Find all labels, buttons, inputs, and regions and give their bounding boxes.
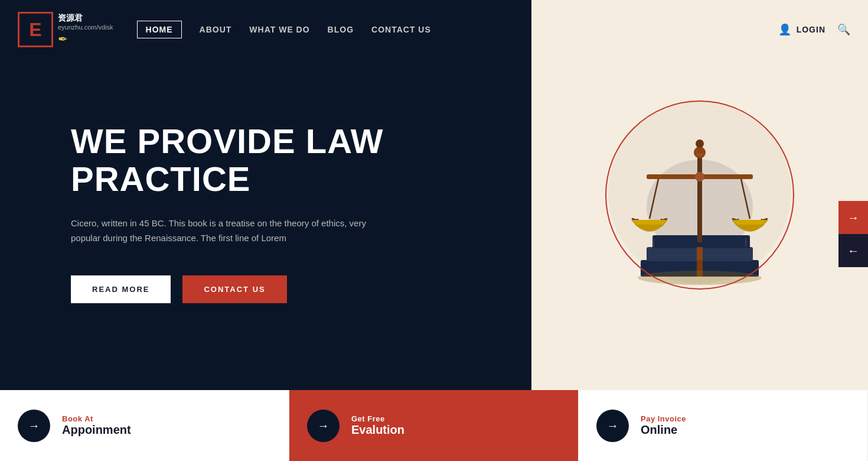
main-nav: HOME ABOUT WHAT WE DO BLOG CONTACT US	[137, 21, 431, 38]
hero-right: 👤 LOGIN 🔍	[531, 0, 868, 390]
appointment-label: Book At	[62, 414, 131, 423]
card-evaluation: → Get Free Evalution	[289, 390, 579, 461]
hero-title: WE PROVIDE LAW PRACTICE	[71, 122, 496, 198]
nav-contact-us[interactable]: CONTACT US	[371, 25, 431, 34]
nav-about[interactable]: ABOUT	[200, 25, 232, 34]
login-label: LOGIN	[797, 25, 825, 34]
login-button[interactable]: 👤 LOGIN	[778, 23, 825, 36]
logo-text: 资源君 eyunzhu.com/vdisk ✒	[58, 13, 113, 46]
nav-home[interactable]: HOME	[137, 21, 182, 38]
logo[interactable]: E 资源君 eyunzhu.com/vdisk ✒	[18, 12, 113, 47]
appointment-title: Appoinment	[62, 423, 131, 437]
logo-url: eyunzhu.com/vdisk	[58, 24, 113, 31]
hero-left: E 资源君 eyunzhu.com/vdisk ✒ HOME ABOUT WHA…	[0, 0, 531, 390]
logo-box: E	[18, 12, 53, 47]
appointment-icon-circle[interactable]: →	[18, 410, 50, 442]
nav-what-we-do[interactable]: WHAT WE DO	[249, 25, 309, 34]
invoice-arrow-icon: →	[607, 419, 619, 433]
evaluation-title: Evalution	[351, 423, 404, 437]
pen-icon: ✒	[58, 32, 113, 46]
nav-blog[interactable]: BLOG	[328, 25, 354, 34]
evaluation-text: Get Free Evalution	[351, 414, 404, 437]
logo-chinese: 资源君	[58, 13, 113, 24]
next-arrow-icon: →	[847, 211, 859, 225]
evaluation-icon-circle[interactable]: →	[307, 410, 340, 442]
prev-arrow-icon: ←	[847, 244, 859, 258]
card-invoice: → Pay Invoice Online	[579, 390, 868, 461]
hero-buttons: READ MORE CONTACT US	[71, 275, 496, 303]
bottom-cards: → Book At Appoinment → Get Free Evalutio…	[0, 390, 868, 461]
hero-description: Cicero, written in 45 BC. This book is a…	[71, 216, 396, 246]
slide-next-arrow[interactable]: →	[838, 201, 868, 234]
slide-prev-arrow[interactable]: ←	[838, 234, 868, 267]
read-more-button[interactable]: READ MORE	[71, 275, 171, 303]
appointment-text: Book At Appoinment	[62, 414, 131, 437]
login-icon: 👤	[778, 23, 792, 36]
main-header: E 资源君 eyunzhu.com/vdisk ✒ HOME ABOUT WHA…	[0, 0, 531, 59]
contact-us-button[interactable]: CONTACT US	[182, 275, 286, 303]
invoice-label: Pay Invoice	[641, 414, 686, 423]
card-appointment: → Book At Appoinment	[0, 390, 289, 461]
invoice-title: Online	[641, 423, 686, 437]
scales-illustration	[599, 89, 800, 301]
invoice-icon-circle[interactable]: →	[596, 410, 629, 442]
header-right: 👤 LOGIN 🔍	[531, 0, 868, 59]
search-icon[interactable]: 🔍	[837, 23, 850, 36]
logo-letter: E	[29, 19, 41, 41]
evaluation-label: Get Free	[351, 414, 404, 423]
invoice-text: Pay Invoice Online	[641, 414, 686, 437]
appointment-arrow-icon: →	[28, 419, 40, 433]
circle-decoration	[605, 100, 794, 290]
evaluation-arrow-icon: →	[318, 419, 329, 433]
